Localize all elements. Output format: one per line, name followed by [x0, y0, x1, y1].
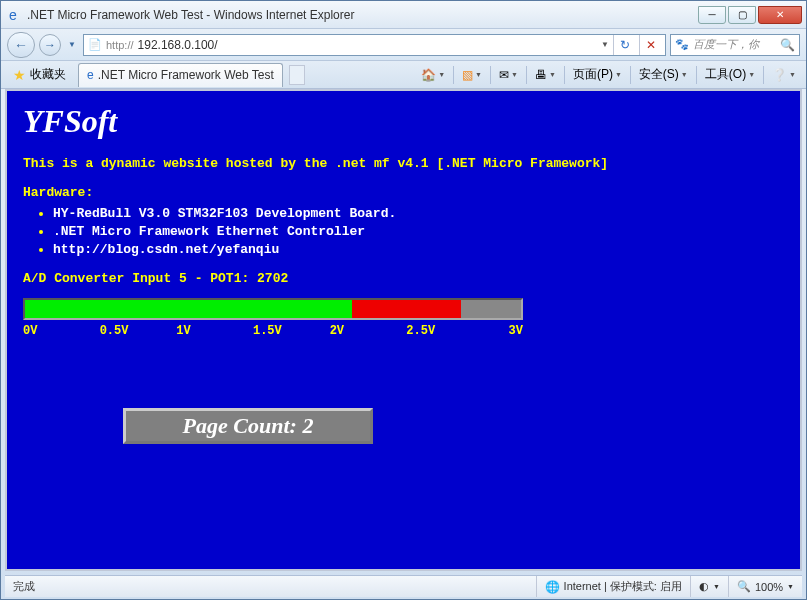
adc-reading: A/D Converter Input 5 - POT1: 2702 — [23, 271, 784, 286]
intro-text: This is a dynamic website hosted by the … — [23, 156, 784, 171]
status-bar: 完成 🌐 Internet | 保护模式: 启用 ◐▼ 🔍 100% ▼ — [5, 575, 802, 597]
tools-menu[interactable]: 工具(O) ▼ — [701, 64, 759, 85]
url-text: 192.168.0.100/ — [138, 38, 598, 52]
star-icon: ★ — [13, 67, 26, 83]
ie-icon: e — [5, 7, 21, 23]
status-zone: 🌐 Internet | 保护模式: 启用 — [536, 576, 682, 597]
tick: 3V — [483, 324, 523, 338]
home-button[interactable]: 🏠▼ — [417, 66, 449, 84]
maximize-button[interactable]: ▢ — [728, 6, 756, 24]
history-dropdown[interactable]: ▼ — [65, 32, 79, 58]
zone-text: Internet | 保护模式: 启用 — [564, 579, 682, 594]
mail-icon: ✉ — [499, 68, 509, 82]
page-menu-label: 页面(P) — [573, 66, 613, 83]
tick: 0V — [23, 324, 63, 338]
tab-favicon: e — [87, 68, 94, 82]
window-buttons: ─ ▢ ✕ — [698, 6, 802, 24]
search-icon[interactable]: 🔍 — [780, 38, 795, 52]
search-provider-icon: 🐾 — [675, 38, 689, 52]
tools-menu-label: 工具(O) — [705, 66, 746, 83]
page-content: YFSoft This is a dynamic website hosted … — [5, 89, 802, 571]
nav-row: ← → ▼ 📄 http://192.168.0.100/ ▼ ↻ ✕ 🐾 百度… — [1, 29, 806, 61]
tick: 0.5V — [100, 324, 140, 338]
search-placeholder: 百度一下，你 — [693, 37, 776, 52]
refresh-button[interactable]: ↻ — [613, 35, 635, 55]
tab-row: ★ 收藏夹 e .NET Micro Framework Web Test 🏠▼… — [1, 61, 806, 89]
tab-title: .NET Micro Framework Web Test — [98, 68, 274, 82]
command-toolbar: 🏠▼ ▧▼ ✉▼ 🖶▼ 页面(P) ▼ 安全(S) ▼ 工具(O) ▼ ❔▼ — [417, 64, 800, 85]
hardware-item: .NET Micro Framework Ethernet Controller — [53, 224, 784, 239]
minimize-button[interactable]: ─ — [698, 6, 726, 24]
zoom-value: 100% — [755, 581, 783, 593]
print-button[interactable]: 🖶▼ — [531, 66, 560, 84]
address-bar[interactable]: 📄 http://192.168.0.100/ ▼ ↻ ✕ — [83, 34, 666, 56]
globe-icon: 🌐 — [545, 580, 560, 594]
progress-ticks: 0V 0.5V 1V 1.5V 2V 2.5V 3V — [23, 324, 523, 338]
window-title: .NET Micro Framework Web Test - Windows … — [27, 8, 698, 22]
page-menu[interactable]: 页面(P) ▼ — [569, 64, 626, 85]
close-button[interactable]: ✕ — [758, 6, 802, 24]
hardware-item: HY-RedBull V3.0 STM32F103 Development Bo… — [53, 206, 784, 221]
stop-button[interactable]: ✕ — [639, 35, 661, 55]
help-icon: ❔ — [772, 68, 787, 82]
tick: 2V — [330, 324, 370, 338]
page-icon: 📄 — [88, 38, 102, 51]
favorites-button[interactable]: ★ 收藏夹 — [7, 64, 72, 85]
new-tab-button[interactable] — [289, 65, 305, 85]
zoom-icon: 🔍 — [737, 580, 751, 593]
rss-icon: ▧ — [462, 68, 473, 82]
browser-window: e .NET Micro Framework Web Test - Window… — [0, 0, 807, 600]
hardware-item: http://blog.csdn.net/yefanqiu — [53, 242, 784, 257]
search-box[interactable]: 🐾 百度一下，你 🔍 — [670, 34, 800, 56]
mail-button[interactable]: ✉▼ — [495, 66, 522, 84]
print-icon: 🖶 — [535, 68, 547, 82]
url-dropdown-icon[interactable]: ▼ — [601, 40, 609, 49]
progress-red — [352, 300, 461, 318]
progress-bar — [23, 298, 523, 320]
safety-menu-label: 安全(S) — [639, 66, 679, 83]
status-text: 完成 — [13, 579, 528, 594]
progress-wrap: 0V 0.5V 1V 1.5V 2V 2.5V 3V — [23, 298, 784, 338]
hardware-list: HY-RedBull V3.0 STM32F103 Development Bo… — [53, 206, 784, 257]
tick: 1.5V — [253, 324, 293, 338]
shield-icon: ◐ — [699, 580, 709, 593]
tick: 2.5V — [406, 324, 446, 338]
progress-green — [25, 300, 352, 318]
zoom-control[interactable]: 🔍 100% ▼ — [728, 576, 794, 597]
help-button[interactable]: ❔▼ — [768, 66, 800, 84]
hardware-label: Hardware: — [23, 185, 784, 200]
page-heading: YFSoft — [23, 103, 784, 140]
back-button[interactable]: ← — [7, 32, 35, 58]
favorites-label: 收藏夹 — [30, 66, 66, 83]
tick: 1V — [176, 324, 216, 338]
safety-menu[interactable]: 安全(S) ▼ — [635, 64, 692, 85]
status-protected-icon[interactable]: ◐▼ — [690, 576, 720, 597]
url-protocol: http:// — [106, 39, 134, 51]
forward-button[interactable]: → — [39, 34, 61, 56]
active-tab[interactable]: e .NET Micro Framework Web Test — [78, 63, 283, 87]
feeds-button[interactable]: ▧▼ — [458, 66, 486, 84]
page-counter-box: Page Count: 2 — [123, 408, 373, 444]
titlebar: e .NET Micro Framework Web Test - Window… — [1, 1, 806, 29]
home-icon: 🏠 — [421, 68, 436, 82]
